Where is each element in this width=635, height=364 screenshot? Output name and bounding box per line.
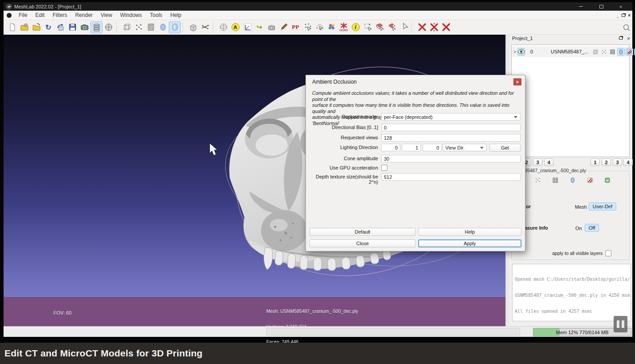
trackball-icon[interactable]	[199, 21, 211, 33]
wire-sphere-icon[interactable]	[217, 21, 229, 33]
lighting-x-input[interactable]: 0	[381, 144, 400, 151]
export-mesh-icon[interactable]	[54, 21, 66, 33]
tab-left-4[interactable]: 4	[544, 158, 554, 166]
delete-nonvisible-icon[interactable]	[440, 21, 452, 33]
window-title: MeshLab 2022.02 - [Project_1]	[14, 4, 81, 9]
mdi-close-button[interactable]: ×	[628, 13, 631, 18]
color-userdef-option[interactable]: User-Def	[589, 202, 616, 210]
zpainting-brush-icon[interactable]	[277, 21, 289, 33]
texture-render-icon[interactable]	[187, 21, 199, 33]
bbox-render-icon[interactable]	[121, 21, 133, 33]
apply-button[interactable]: Apply	[418, 239, 521, 247]
transform-tool-icon[interactable]: ↪	[253, 21, 265, 33]
point-picking-icon[interactable]	[301, 21, 313, 33]
tab-left-3[interactable]: 3	[533, 158, 542, 166]
layer-flat-icon[interactable]	[617, 48, 625, 56]
save-snapshot-icon[interactable]	[66, 21, 78, 33]
layer-texture-icon[interactable]	[626, 48, 633, 56]
close-dialog-button[interactable]: Close	[309, 239, 415, 247]
cone-amplitude-input[interactable]: 30	[381, 155, 521, 162]
pause-overlay-icon[interactable]	[614, 316, 627, 332]
menu-render[interactable]: Render	[71, 11, 97, 20]
group-wireframe-icon[interactable]	[551, 176, 559, 184]
measure-off-option[interactable]: Off	[585, 224, 599, 232]
import-mesh-icon[interactable]	[30, 21, 42, 33]
lighting-z-input[interactable]: 0	[423, 144, 442, 151]
select-vertices-icon[interactable]	[362, 21, 374, 33]
snapshot-camera-icon[interactable]	[78, 21, 90, 33]
delete-vertices-icon[interactable]	[416, 21, 428, 33]
menu-windows[interactable]: Windows	[116, 11, 146, 20]
axes-triad-icon[interactable]	[241, 21, 253, 33]
measure-on-option[interactable]: On	[575, 226, 582, 231]
delete-faces-icon[interactable]	[428, 21, 440, 33]
log-line: Opened mesh C:/Users/starb/Desktop/goril…	[515, 277, 628, 282]
layer-wireframe-icon[interactable]	[609, 48, 616, 56]
menu-help[interactable]: Help	[167, 11, 186, 20]
color-mesh-option[interactable]: Mesh	[575, 204, 587, 210]
group-quality-icon[interactable]	[603, 176, 611, 184]
select-faces-tri-icon[interactable]	[386, 21, 398, 33]
georef-icon[interactable]: GEOREF	[338, 21, 350, 33]
group-points-icon[interactable]	[534, 176, 541, 184]
directional-bias-input[interactable]: 0	[381, 124, 521, 131]
mesh-group-box	[511, 171, 630, 260]
dialog-close-icon[interactable]: ×	[513, 78, 521, 85]
occlusion-mode-select[interactable]: per-Face (deprecated)	[381, 113, 521, 121]
open-project-icon[interactable]	[18, 21, 30, 33]
tab-right-2[interactable]: 2	[602, 158, 611, 166]
search-icon[interactable]	[620, 21, 632, 33]
lighting-y-input[interactable]: 1	[402, 144, 421, 151]
close-button[interactable]: ×	[612, 2, 630, 11]
panel-float-icon[interactable]	[619, 36, 623, 40]
tab-right-3[interactable]: 3	[613, 158, 622, 166]
menu-view[interactable]: View	[97, 11, 116, 20]
select-faces-rect-icon[interactable]	[374, 21, 386, 33]
new-project-icon[interactable]	[6, 21, 18, 33]
panel-close-icon[interactable]: ×	[627, 36, 630, 42]
pp-referencing-icon[interactable]: PP	[289, 21, 301, 33]
points-render-icon[interactable]	[133, 21, 145, 33]
show-axis-icon[interactable]: A	[229, 21, 241, 33]
smooth-shading-icon[interactable]	[169, 21, 181, 33]
align-tool-icon[interactable]	[313, 21, 326, 33]
wireframe-render-icon[interactable]	[145, 21, 157, 33]
group-flat-icon[interactable]	[569, 176, 576, 184]
expand-arrow-icon[interactable]: >	[513, 49, 516, 54]
help-button[interactable]: Help	[418, 228, 521, 236]
mdi-restore-button[interactable]	[622, 14, 625, 17]
reload-icon[interactable]: ↻	[42, 21, 54, 33]
menu-tools[interactable]: Tools	[146, 11, 167, 20]
maximize-button[interactable]	[592, 2, 610, 11]
apply-all-checkbox[interactable]	[605, 250, 611, 256]
layer-bbox-icon[interactable]	[592, 48, 599, 56]
flat-shading-icon[interactable]	[157, 21, 169, 33]
group-texture-icon[interactable]	[586, 176, 594, 184]
lighting-mode-select[interactable]: View Dir.	[443, 144, 487, 151]
gpu-acceleration-label: Use GPU acceleration	[306, 165, 378, 170]
deselect-icon[interactable]	[398, 21, 410, 33]
menu-edit[interactable]: Edit	[31, 11, 49, 20]
mdi-minimize-button[interactable]: _	[617, 13, 619, 18]
tab-right-4[interactable]: 4	[623, 158, 633, 166]
layer-points-icon[interactable]	[600, 48, 608, 56]
log-output[interactable]: Opened mesh C:/Users/starb/Desktop/goril…	[512, 264, 631, 321]
layer-visibility-eye-icon[interactable]	[517, 48, 525, 56]
gpu-acceleration-checkbox[interactable]	[381, 165, 387, 171]
depth-texture-input[interactable]: 512	[381, 173, 521, 181]
menu-file[interactable]: File	[15, 11, 31, 20]
show-layers-icon[interactable]	[90, 21, 102, 33]
tab-right-1[interactable]: 1	[590, 158, 600, 166]
menu-filters[interactable]: Filters	[49, 11, 71, 20]
get-button[interactable]: Get	[489, 144, 521, 152]
minimize-button[interactable]	[572, 2, 590, 11]
requested-views-input[interactable]: 128	[381, 134, 521, 142]
align-camera-icon[interactable]	[265, 21, 277, 33]
layer-list[interactable]	[511, 44, 630, 157]
chevron-down-icon	[514, 116, 517, 118]
layer-row[interactable]: > 0 USNM585487_...	[512, 46, 629, 57]
info-icon[interactable]: i	[350, 21, 362, 33]
georef-color-icon[interactable]	[326, 21, 338, 33]
default-button[interactable]: Default	[309, 228, 415, 236]
decorators-icon[interactable]	[102, 21, 114, 33]
